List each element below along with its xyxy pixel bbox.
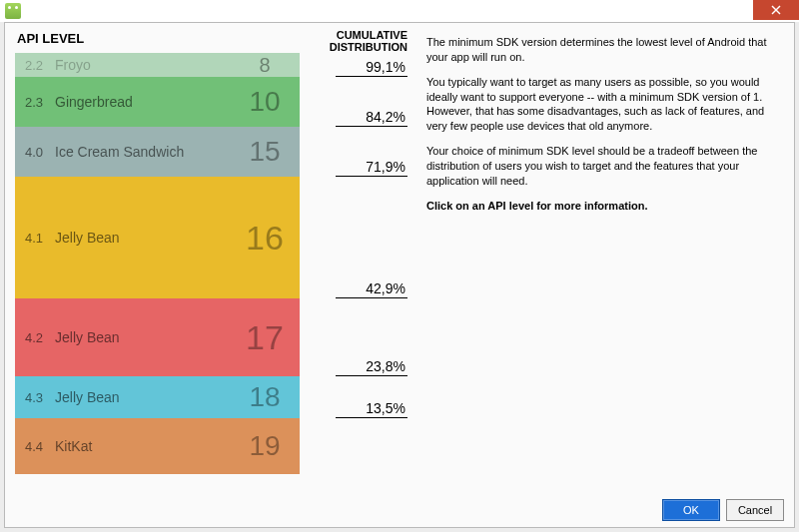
info-paragraph: You typically want to target as many use… <box>426 75 780 134</box>
version-name: Froyo <box>55 57 230 73</box>
version-name: Jelly Bean <box>55 389 230 405</box>
api-row[interactable]: 4.2Jelly Bean17 <box>15 298 300 376</box>
version-number: 2.2 <box>25 58 55 73</box>
cumulative-label: 99,1% <box>336 59 407 77</box>
version-name: Jelly Bean <box>55 329 230 345</box>
cumulative-label: 23,8% <box>336 358 407 376</box>
info-click-hint: Click on an API level for more informati… <box>426 199 780 214</box>
api-row[interactable]: 4.4KitKat19 <box>15 418 300 474</box>
info-paragraph: The minimum SDK version determines the l… <box>426 35 780 65</box>
api-number: 16 <box>230 219 300 258</box>
info-panel: The minimum SDK version determines the l… <box>414 27 784 491</box>
api-number: 18 <box>230 381 300 413</box>
api-row[interactable]: 2.2Froyo8 <box>15 53 300 77</box>
version-number: 4.2 <box>25 330 55 345</box>
titlebar <box>0 0 799 22</box>
cancel-button[interactable]: Cancel <box>726 499 784 521</box>
header-api-level: API LEVEL <box>15 27 300 53</box>
api-chart: API LEVEL CUMULATIVEDISTRIBUTION 2.2Froy… <box>15 27 414 491</box>
version-name: Gingerbread <box>55 94 230 110</box>
api-row[interactable]: 2.3Gingerbread10 <box>15 77 300 127</box>
cumulative-label: 71,9% <box>336 159 407 177</box>
api-row[interactable]: 4.0Ice Cream Sandwich15 <box>15 127 300 177</box>
version-number: 4.0 <box>25 145 55 160</box>
version-number: 2.3 <box>25 95 55 110</box>
version-name: Jelly Bean <box>55 230 230 246</box>
api-number: 19 <box>230 430 300 462</box>
version-number: 4.3 <box>25 390 55 405</box>
api-number: 10 <box>230 86 300 118</box>
cumulative-label: 84,2% <box>336 109 407 127</box>
api-number: 17 <box>230 318 300 357</box>
ok-button[interactable]: OK <box>662 499 720 521</box>
api-row[interactable]: 4.1Jelly Bean16 <box>15 177 300 298</box>
api-row[interactable]: 4.3Jelly Bean18 <box>15 376 300 418</box>
version-number: 4.4 <box>25 439 55 454</box>
cumulative-label: 13,5% <box>336 400 407 418</box>
cumulative-label: 42,9% <box>336 280 407 298</box>
version-name: KitKat <box>55 438 230 454</box>
version-number: 4.1 <box>25 231 55 246</box>
info-paragraph: Your choice of minimum SDK level should … <box>426 144 780 189</box>
version-name: Ice Cream Sandwich <box>55 144 230 160</box>
close-icon <box>771 5 781 15</box>
api-number: 8 <box>230 54 300 77</box>
dialog: API LEVEL CUMULATIVEDISTRIBUTION 2.2Froy… <box>4 22 795 528</box>
close-button[interactable] <box>753 0 799 20</box>
android-icon <box>5 3 21 19</box>
header-cumulative: CUMULATIVEDISTRIBUTION <box>300 27 407 53</box>
api-number: 15 <box>230 136 300 168</box>
